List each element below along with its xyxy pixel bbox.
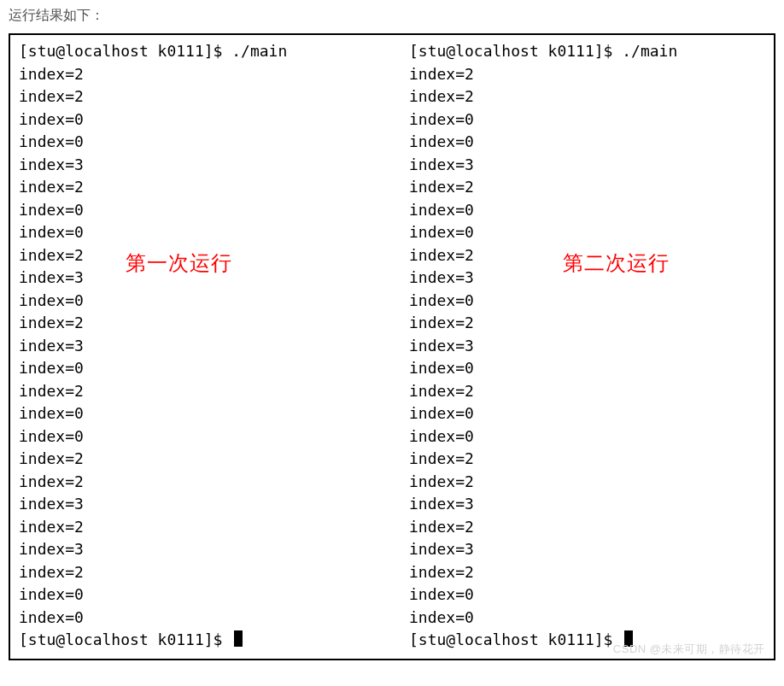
output-line: index=0: [409, 290, 765, 313]
cursor-icon: [624, 630, 633, 647]
prompt-end-left: [stu@localhost k0111]$: [19, 629, 392, 652]
output-line: index=0: [409, 402, 765, 425]
output-line: index=0: [409, 357, 765, 380]
output-line: index=2: [19, 448, 392, 471]
output-line: index=2: [409, 516, 765, 539]
output-line: index=0: [19, 607, 392, 630]
output-line: index=0: [409, 108, 765, 132]
annotation-right: 第二次运行: [563, 249, 670, 277]
cursor-icon: [234, 630, 243, 647]
output-line: index=0: [409, 221, 765, 244]
output-line: index=0: [19, 221, 392, 244]
output-line: index=3: [409, 493, 765, 516]
prompt-end-right: [stu@localhost k0111]$: [409, 629, 765, 652]
output-line: index=2: [409, 312, 765, 335]
output-line: index=2: [19, 312, 392, 335]
annotation-left: 第一次运行: [126, 249, 232, 277]
output-line: index=3: [409, 538, 765, 561]
output-line: index=0: [19, 131, 392, 154]
output-line: index=2: [409, 471, 765, 494]
output-line: index=2: [409, 176, 765, 199]
right-column: [stu@localhost k0111]$ ./main index=2 in…: [392, 40, 765, 652]
output-line: index=3: [19, 335, 392, 358]
output-line: index=0: [19, 402, 392, 425]
output-line: index=3: [19, 493, 392, 516]
output-line: index=0: [19, 357, 392, 380]
output-line: index=0: [19, 199, 392, 222]
output-line: index=2: [409, 85, 765, 108]
output-line: index=0: [19, 583, 392, 607]
prompt-start-left: [stu@localhost k0111]$ ./main: [19, 40, 392, 63]
left-column: [stu@localhost k0111]$ ./main index=2 in…: [19, 40, 392, 652]
output-line: index=0: [409, 425, 765, 449]
output-line: index=2: [19, 63, 392, 86]
output-line: index=2: [409, 63, 765, 86]
output-line: index=0: [19, 425, 392, 449]
output-line: index=0: [409, 583, 765, 607]
output-line: index=0: [409, 131, 765, 154]
output-line: index=3: [19, 538, 392, 561]
output-line: index=2: [19, 561, 392, 584]
output-line: index=0: [19, 108, 392, 132]
output-line: index=2: [19, 516, 392, 539]
prompt-start-right: [stu@localhost k0111]$ ./main: [409, 40, 765, 63]
output-line: index=2: [19, 85, 392, 108]
output-line: index=2: [409, 561, 765, 584]
output-line: index=3: [409, 335, 765, 358]
output-line: index=0: [409, 607, 765, 630]
output-line: index=3: [409, 154, 765, 177]
output-line: index=2: [19, 471, 392, 494]
terminal-output-box: [stu@localhost k0111]$ ./main index=2 in…: [9, 33, 775, 660]
output-line: index=3: [19, 154, 392, 177]
output-line: index=2: [19, 380, 392, 403]
result-heading: 运行结果如下：: [0, 0, 784, 33]
output-line: index=0: [409, 199, 765, 222]
output-line: index=2: [409, 380, 765, 403]
output-line: index=2: [19, 176, 392, 199]
output-line: index=2: [409, 448, 765, 471]
output-line: index=0: [19, 290, 392, 313]
